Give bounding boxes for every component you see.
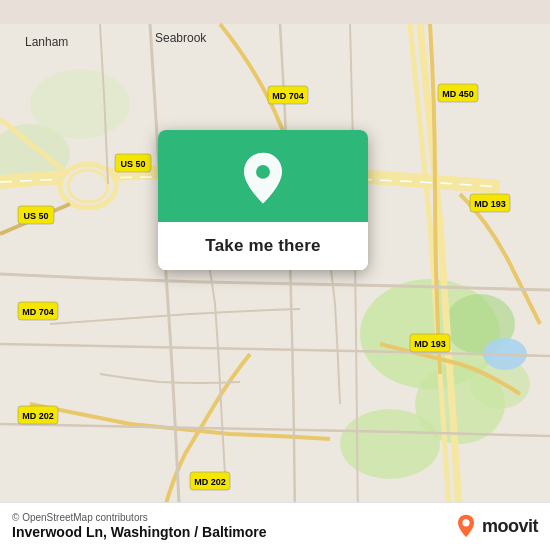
svg-text:US 50: US 50	[23, 211, 48, 221]
location-name: Inverwood Ln, Washington / Baltimore	[12, 524, 267, 540]
location-pin-icon	[237, 152, 289, 204]
map-background: MD 704 MD 450 US 50 US 50 MD 193 MD 704 …	[0, 0, 550, 550]
bottom-bar: © OpenStreetMap contributors Inverwood L…	[0, 502, 550, 550]
svg-text:MD 193: MD 193	[474, 199, 506, 209]
svg-text:MD 202: MD 202	[194, 477, 226, 487]
svg-text:MD 704: MD 704	[272, 91, 304, 101]
svg-text:MD 202: MD 202	[22, 411, 54, 421]
moovit-pin-icon	[454, 514, 478, 538]
take-me-there-button[interactable]: Take me there	[158, 222, 368, 270]
map-container: MD 704 MD 450 US 50 US 50 MD 193 MD 704 …	[0, 0, 550, 550]
svg-text:MD 704: MD 704	[22, 307, 54, 317]
svg-point-31	[256, 165, 270, 179]
svg-text:Seabrook: Seabrook	[155, 31, 207, 45]
svg-text:US 50: US 50	[120, 159, 145, 169]
svg-text:Lanham: Lanham	[25, 35, 68, 49]
osm-attribution: © OpenStreetMap contributors	[12, 512, 267, 523]
svg-text:MD 193: MD 193	[414, 339, 446, 349]
bottom-left-info: © OpenStreetMap contributors Inverwood L…	[12, 512, 267, 540]
svg-point-8	[30, 69, 130, 139]
popup-green-header	[158, 130, 368, 222]
popup-card: Take me there	[158, 130, 368, 270]
svg-text:MD 450: MD 450	[442, 89, 474, 99]
svg-point-10	[68, 170, 108, 202]
svg-point-3	[340, 409, 440, 479]
moovit-brand-text: moovit	[482, 516, 538, 537]
svg-point-32	[462, 519, 469, 526]
moovit-logo: moovit	[454, 514, 538, 538]
